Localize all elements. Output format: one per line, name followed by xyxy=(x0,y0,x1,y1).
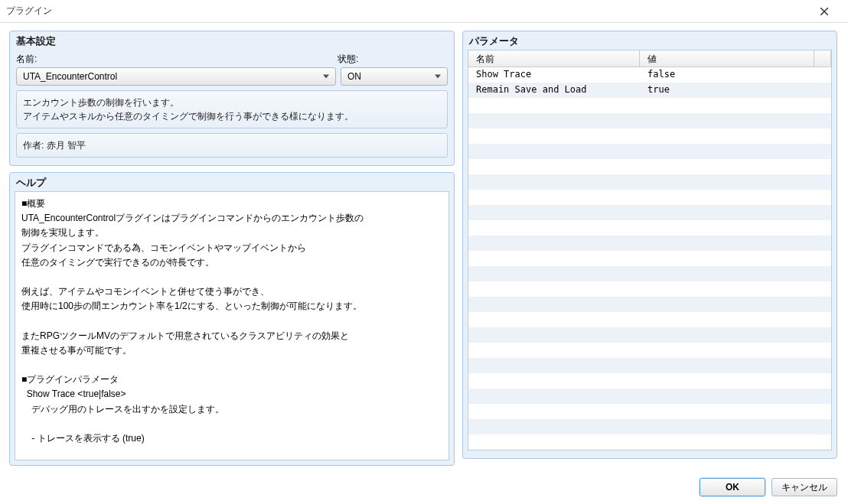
table-row[interactable]: Remain Save and Loadtrue xyxy=(468,83,831,98)
parameters-title: パラメータ xyxy=(463,31,837,50)
parameters-group: パラメータ 名前 値 Show TracefalseRemain Save an… xyxy=(462,31,837,459)
titlebar: プラグイン xyxy=(0,0,848,23)
param-table-header: 名前 値 xyxy=(468,50,831,67)
table-row xyxy=(468,389,831,404)
table-row xyxy=(468,220,831,236)
table-row xyxy=(468,373,831,389)
plugin-name-value: UTA_EncounterControl xyxy=(23,71,117,82)
table-row xyxy=(468,266,831,281)
table-row xyxy=(468,98,831,113)
table-row xyxy=(468,174,831,190)
window-title: プラグイン xyxy=(6,5,807,18)
table-row xyxy=(468,404,831,419)
help-text[interactable]: ■概要 UTA_EncounterControlプラグインはプラグインコマンドか… xyxy=(15,192,448,460)
help-title: ヘルプ xyxy=(10,173,454,191)
table-row xyxy=(468,434,831,450)
basic-settings-title: 基本設定 xyxy=(10,31,454,50)
plugin-name-select[interactable]: UTA_EncounterControl xyxy=(16,67,336,86)
table-row xyxy=(468,144,831,159)
param-name: Remain Save and Load xyxy=(468,83,640,98)
table-row xyxy=(468,236,831,251)
plugin-description: エンカウント歩数の制御を行います。 アイテムやスキルから任意のタイミングで制御を… xyxy=(16,90,448,128)
table-row[interactable]: Show Tracefalse xyxy=(468,67,831,83)
table-row xyxy=(468,251,831,266)
param-value: true xyxy=(640,83,814,98)
param-table-body: Show TracefalseRemain Save and Loadtrue xyxy=(468,67,831,450)
param-value: false xyxy=(640,67,814,83)
ok-button[interactable]: OK xyxy=(700,478,765,496)
param-header-value[interactable]: 値 xyxy=(640,50,814,67)
table-row xyxy=(468,128,831,144)
table-row xyxy=(468,159,831,174)
close-button[interactable] xyxy=(807,0,842,23)
plugin-status-select[interactable]: ON xyxy=(341,67,448,86)
table-row xyxy=(468,327,831,343)
table-row xyxy=(468,312,831,327)
plugin-status-value: ON xyxy=(347,71,361,82)
table-row xyxy=(468,113,831,128)
status-label: 状態: xyxy=(338,53,358,66)
table-row xyxy=(468,205,831,220)
button-bar: OK キャンセル xyxy=(700,478,837,496)
table-row xyxy=(468,297,831,312)
basic-settings-group: 基本設定 名前: 状態: UTA_EncounterControl ON エンカ… xyxy=(9,31,455,166)
param-header-name[interactable]: 名前 xyxy=(468,50,640,67)
cancel-button[interactable]: キャンセル xyxy=(771,478,837,496)
table-row xyxy=(468,343,831,358)
table-row xyxy=(468,419,831,434)
name-label: 名前: xyxy=(16,53,338,66)
help-group: ヘルプ ■概要 UTA_EncounterControlプラグインはプラグインコ… xyxy=(9,172,455,466)
table-row xyxy=(468,190,831,205)
param-header-spacer xyxy=(814,50,831,67)
close-icon xyxy=(820,8,828,15)
param-name: Show Trace xyxy=(468,67,640,83)
table-row xyxy=(468,358,831,373)
table-row xyxy=(468,281,831,297)
plugin-author: 作者: 赤月 智平 xyxy=(16,133,448,158)
